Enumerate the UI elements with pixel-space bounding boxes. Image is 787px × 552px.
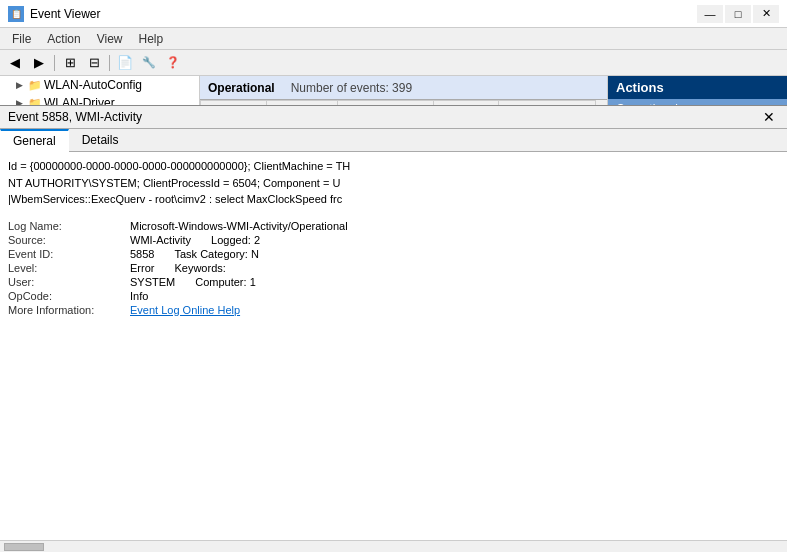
app-icon: 📋	[8, 6, 24, 22]
titlebar-controls: — □ ✕	[697, 5, 779, 23]
menu-view[interactable]: View	[89, 30, 131, 48]
field-logname-value: Microsoft-Windows-WMI-Activity/Operation…	[200, 220, 607, 232]
properties-button[interactable]: 🔧	[138, 53, 160, 73]
center-panel: Operational Number of events: 399 Level …	[200, 76, 607, 552]
detail-text-highlighted: ClientProcessId = 6504	[200, 177, 257, 189]
menu-help[interactable]: Help	[131, 30, 172, 48]
forward-button[interactable]: ▶	[28, 53, 50, 73]
titlebar-left: 📋 Event Viewer	[8, 6, 100, 22]
titlebar: 📋 Event Viewer — □ ✕	[0, 0, 787, 28]
back-button[interactable]: ◀	[4, 53, 26, 73]
events-count: Number of events: 399	[291, 81, 412, 95]
toolbar-separator-2	[109, 55, 110, 71]
field-moreinfo-value: Event Log Online Help	[200, 304, 607, 316]
menubar: File Action View Help	[0, 28, 787, 50]
titlebar-title: Event Viewer	[30, 7, 100, 21]
detail-fields-grid: Log Name: Microsoft-Windows-WMI-Activity…	[200, 220, 607, 316]
event-detail-popup: Event 5858, WMI-Activity ✕ General Detai…	[200, 105, 607, 552]
field-opcode-value: Info	[200, 290, 607, 302]
field-source-value: WMI-Activity Logged: 2	[200, 234, 607, 246]
event-log-online-help-link[interactable]: Event Log Online Help	[200, 304, 240, 316]
maximize-button[interactable]: □	[725, 5, 751, 23]
detail-text: Id = {00000000-0000-0000-0000-0000000000…	[200, 158, 607, 208]
menu-action[interactable]: Action	[39, 30, 88, 48]
expand-button[interactable]: ⊞	[59, 53, 81, 73]
expand-icon: ▶	[16, 80, 26, 90]
main-area: ▶ 📁 WLAN-AutoConfig ▶ 📁 WLAN-Driver ▶ 📁 …	[0, 76, 787, 552]
event-detail-header: Event 5858, WMI-Activity ✕	[200, 106, 607, 129]
field-eventid-value: 5858 Task Category: N	[200, 248, 607, 260]
field-level-value: Error Keywords:	[200, 262, 607, 274]
toolbar: ◀ ▶ ⊞ ⊟ 📄 🔧 ❓	[0, 50, 787, 76]
actions-header: Actions	[608, 76, 787, 99]
events-header-title: Operational	[208, 81, 275, 95]
detail-hscrollbar[interactable]	[200, 540, 607, 552]
detail-scrollable[interactable]: Id = {00000000-0000-0000-0000-0000000000…	[200, 152, 607, 540]
new-log-button[interactable]: 📄	[114, 53, 136, 73]
close-button[interactable]: ✕	[753, 5, 779, 23]
tree-item-wlan-autoconfig[interactable]: ▶ 📁 WLAN-AutoConfig	[0, 76, 199, 94]
field-user-value: SYSTEM Computer: 1	[200, 276, 607, 288]
minimize-button[interactable]: —	[697, 5, 723, 23]
collapse-button[interactable]: ⊟	[83, 53, 105, 73]
detail-tabs: General Details	[200, 129, 607, 152]
toolbar-separator	[54, 55, 55, 71]
menu-file[interactable]: File	[4, 30, 39, 48]
help-toolbar-button[interactable]: ❓	[162, 53, 184, 73]
events-header: Operational Number of events: 399	[200, 76, 607, 100]
